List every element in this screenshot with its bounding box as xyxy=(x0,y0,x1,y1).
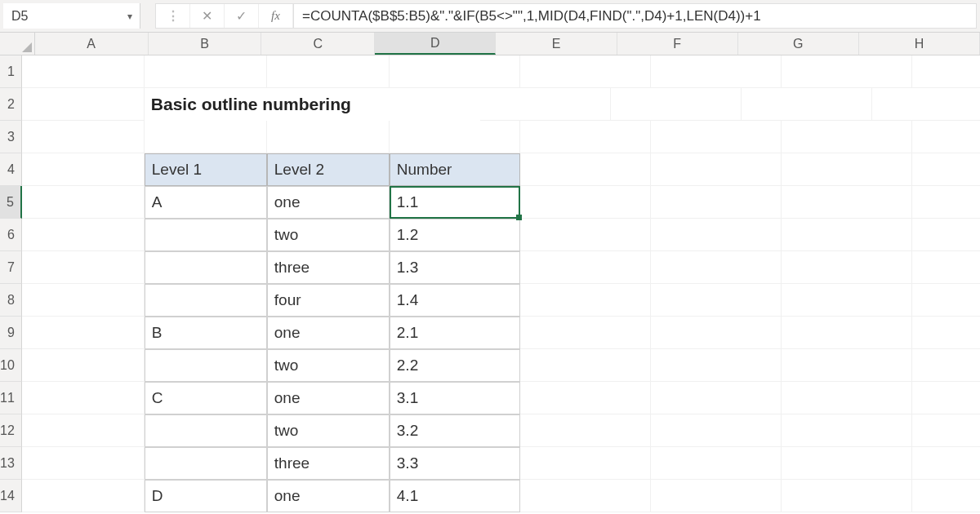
cell-F14[interactable] xyxy=(651,480,782,512)
cell-E8[interactable] xyxy=(520,284,651,317)
row-header-12[interactable]: 12 xyxy=(0,414,22,447)
col-header-G[interactable]: G xyxy=(738,33,859,55)
cell-B1[interactable] xyxy=(145,55,267,88)
cell-F8[interactable] xyxy=(651,284,782,317)
cell-C1[interactable] xyxy=(267,55,390,88)
cell-B13[interactable] xyxy=(145,447,267,480)
cell-G14[interactable] xyxy=(782,480,912,512)
cell-G1[interactable] xyxy=(782,55,912,88)
page-title[interactable]: Basic outline numbering xyxy=(145,88,358,121)
cell-G2[interactable] xyxy=(872,88,980,121)
row-header-6[interactable]: 6 xyxy=(0,219,22,251)
col-header-F[interactable]: F xyxy=(617,33,738,55)
cell-E6[interactable] xyxy=(520,219,651,251)
cell-C8[interactable]: four xyxy=(267,284,390,317)
cell-H4[interactable] xyxy=(912,153,980,186)
cell-D9[interactable]: 2.1 xyxy=(390,317,520,349)
cell-F10[interactable] xyxy=(651,349,782,382)
col-header-B[interactable]: B xyxy=(149,33,262,55)
insert-function-button[interactable]: fx xyxy=(259,4,293,28)
row-header-11[interactable]: 11 xyxy=(0,382,22,414)
cell-G10[interactable] xyxy=(782,349,912,382)
name-box-dropdown-icon[interactable]: ▾ xyxy=(125,11,140,22)
cell-B8[interactable] xyxy=(145,284,267,317)
cell-E14[interactable] xyxy=(520,480,651,512)
cell-C7[interactable]: three xyxy=(267,251,390,284)
cell-H13[interactable] xyxy=(912,447,980,480)
cell-A7[interactable] xyxy=(22,251,145,284)
cell-C3[interactable] xyxy=(267,121,390,153)
table-header-number[interactable]: Number xyxy=(390,153,520,186)
cell-E4[interactable] xyxy=(520,153,651,186)
cell-H5[interactable] xyxy=(912,186,980,219)
cell-D1[interactable] xyxy=(390,55,520,88)
row-header-5[interactable]: 5 xyxy=(0,186,22,219)
cell-H6[interactable] xyxy=(912,219,980,251)
cell-F7[interactable] xyxy=(651,251,782,284)
cell-G12[interactable] xyxy=(782,414,912,447)
cell-C11[interactable]: one xyxy=(267,382,390,414)
cell-E3[interactable] xyxy=(520,121,651,153)
cell-D12[interactable]: 3.2 xyxy=(390,414,520,447)
cell-C5[interactable]: one xyxy=(267,186,390,219)
table-header-level2[interactable]: Level 2 xyxy=(267,153,390,186)
cell-F6[interactable] xyxy=(651,219,782,251)
cell-G11[interactable] xyxy=(782,382,912,414)
cell-G9[interactable] xyxy=(782,317,912,349)
cell-B9[interactable]: B xyxy=(145,317,267,349)
cell-C12[interactable]: two xyxy=(267,414,390,447)
row-header-7[interactable]: 7 xyxy=(0,251,22,284)
cell-F13[interactable] xyxy=(651,447,782,480)
cell-D2[interactable] xyxy=(480,88,611,121)
cell-F9[interactable] xyxy=(651,317,782,349)
cell-B12[interactable] xyxy=(145,414,267,447)
col-header-D[interactable]: D xyxy=(375,33,496,55)
col-header-A[interactable]: A xyxy=(35,33,149,55)
col-header-C[interactable]: C xyxy=(261,33,375,55)
cell-H7[interactable] xyxy=(912,251,980,284)
cell-D10[interactable]: 2.2 xyxy=(390,349,520,382)
cell-B6[interactable] xyxy=(145,219,267,251)
cell-D8[interactable]: 1.4 xyxy=(390,284,520,317)
cell-B11[interactable]: C xyxy=(145,382,267,414)
cell-E11[interactable] xyxy=(520,382,651,414)
cell-E9[interactable] xyxy=(520,317,651,349)
cell-F12[interactable] xyxy=(651,414,782,447)
cell-G5[interactable] xyxy=(782,186,912,219)
cell-D11[interactable]: 3.1 xyxy=(390,382,520,414)
cell-D13[interactable]: 3.3 xyxy=(390,447,520,480)
row-header-14[interactable]: 14 xyxy=(0,480,22,512)
row-header-8[interactable]: 8 xyxy=(0,284,22,317)
cell-A8[interactable] xyxy=(22,284,145,317)
cell-C9[interactable]: one xyxy=(267,317,390,349)
cell-B3[interactable] xyxy=(145,121,267,153)
cell-A10[interactable] xyxy=(22,349,145,382)
cell-A11[interactable] xyxy=(22,382,145,414)
row-header-10[interactable]: 10 xyxy=(0,349,22,382)
row-header-9[interactable]: 9 xyxy=(0,317,22,349)
cell-E1[interactable] xyxy=(520,55,651,88)
row-header-13[interactable]: 13 xyxy=(0,447,22,480)
select-all-button[interactable] xyxy=(0,33,35,55)
cell-F3[interactable] xyxy=(651,121,782,153)
cell-G3[interactable] xyxy=(782,121,912,153)
cell-E13[interactable] xyxy=(520,447,651,480)
cell-E12[interactable] xyxy=(520,414,651,447)
cell-D6[interactable]: 1.2 xyxy=(390,219,520,251)
cell-E7[interactable] xyxy=(520,251,651,284)
cell-B7[interactable] xyxy=(145,251,267,284)
cell-H3[interactable] xyxy=(912,121,980,153)
formula-vdots-icon[interactable]: ⋮ xyxy=(156,4,190,28)
cell-A5[interactable] xyxy=(22,186,145,219)
row-header-1[interactable]: 1 xyxy=(0,55,22,88)
cell-B10[interactable] xyxy=(145,349,267,382)
cell-G13[interactable] xyxy=(782,447,912,480)
formula-input[interactable]: =COUNTA($B$5:B5)&"."&IF(B5<>"",1,MID(D4,… xyxy=(294,3,977,29)
cell-C10[interactable]: two xyxy=(267,349,390,382)
table-header-level1[interactable]: Level 1 xyxy=(145,153,267,186)
cell-B14[interactable]: D xyxy=(145,480,267,512)
cell-G8[interactable] xyxy=(782,284,912,317)
row-header-3[interactable]: 3 xyxy=(0,121,22,153)
cell-A14[interactable] xyxy=(22,480,145,512)
cell-H8[interactable] xyxy=(912,284,980,317)
